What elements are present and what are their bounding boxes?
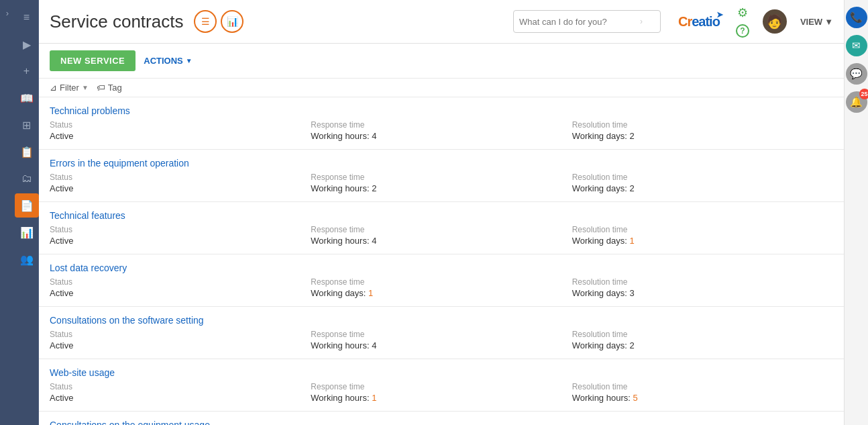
resolution-label: Resolution time — [572, 225, 833, 234]
resolution-label: Resolution time — [572, 173, 833, 182]
response-value: Working hours: 4 — [311, 340, 572, 350]
nav-item-menu[interactable]: ≡ — [15, 5, 39, 30]
tag-button[interactable]: 🏷 Tag — [97, 83, 122, 93]
notification-wrapper: 🔔 25 — [846, 91, 867, 113]
response-value: Working hours: 2 — [311, 183, 572, 193]
phone-icon: 📞 — [850, 11, 863, 23]
search-input[interactable] — [519, 17, 640, 27]
status-col: StatusActive — [50, 382, 311, 403]
view-caret-icon: ▼ — [824, 17, 833, 27]
service-group: Errors in the equipment operationStatusA… — [39, 150, 844, 202]
resolution-value: Working days: 2 — [572, 340, 833, 350]
nav-item-clipboard[interactable]: 📋 — [15, 140, 39, 164]
settings-icon[interactable]: ⚙ — [737, 5, 748, 20]
resolution-label: Resolution time — [572, 120, 833, 130]
notification-badge: 25 — [859, 89, 869, 99]
folder-icon: 🗂 — [21, 173, 32, 185]
nav-item-add[interactable]: + — [15, 59, 39, 83]
report-icon: 📊 — [20, 226, 34, 239]
nav-item-play[interactable]: ▶ — [15, 32, 39, 56]
service-group: Web-site usageStatusActiveResponse timeW… — [39, 359, 844, 412]
response-label: Response time — [311, 225, 572, 234]
service-details: StatusActiveResponse timeWorking hours: … — [39, 171, 844, 201]
help-icon[interactable]: ? — [736, 24, 749, 38]
list-view-button[interactable]: ☰ — [194, 10, 217, 33]
new-service-button[interactable]: NEW SERVICE — [50, 50, 135, 71]
clipboard-icon: 📋 — [20, 146, 34, 158]
status-label: Status — [50, 330, 311, 339]
response-col: Response timeWorking hours: 4 — [311, 225, 572, 246]
actions-button[interactable]: ACTIONS ▼ — [144, 56, 192, 66]
response-col: Response timeWorking hours: 1 — [311, 382, 572, 403]
service-title[interactable]: Technical problems — [39, 97, 844, 119]
filter-row: ⊿ Filter ▼ 🏷 Tag — [39, 79, 844, 97]
status-col: StatusActive — [50, 225, 311, 246]
service-details: StatusActiveResponse timeWorking hours: … — [39, 381, 844, 411]
document-icon: 📄 — [20, 199, 34, 212]
logo-cr: Cr — [678, 14, 692, 29]
response-value: Working days: 1 — [311, 288, 572, 298]
response-col: Response timeWorking days: 1 — [311, 277, 572, 298]
response-value: Working hours: 4 — [311, 236, 572, 246]
chat-icon: 💬 — [850, 68, 863, 80]
phone-button[interactable]: 📞 — [846, 7, 867, 28]
actions-caret-icon: ▼ — [186, 57, 193, 64]
resolution-col: Resolution timeWorking days: 2 — [572, 120, 833, 141]
service-title[interactable]: Consultations on the software setting — [39, 307, 844, 328]
service-title[interactable]: Web-site usage — [39, 359, 844, 381]
status-label: Status — [50, 120, 311, 130]
filter-button[interactable]: ⊿ Filter ▼ — [50, 83, 89, 93]
resolution-label: Resolution time — [572, 330, 833, 339]
chart-icon: 📊 — [227, 16, 238, 27]
status-value: Active — [50, 236, 311, 246]
nav-item-folder[interactable]: 🗂 — [15, 167, 39, 191]
service-details: StatusActiveResponse timeWorking hours: … — [39, 119, 844, 149]
resolution-col: Resolution timeWorking days: 3 — [572, 277, 833, 298]
tag-icon: 🏷 — [97, 83, 105, 93]
response-value: Working hours: 4 — [311, 131, 572, 141]
status-label: Status — [50, 225, 311, 234]
search-box: › — [513, 10, 661, 33]
nav-item-users[interactable]: 👥 — [15, 247, 39, 271]
left-nav: ≡ ▶ + 📖 ⊞ 📋 🗂 📄 📊 👥 — [15, 0, 39, 425]
mail-button[interactable]: ✉ — [846, 35, 867, 56]
status-col: StatusActive — [50, 277, 311, 298]
resolution-label: Resolution time — [572, 277, 833, 287]
mail-icon: ✉ — [852, 40, 861, 52]
service-title[interactable]: Technical features — [39, 202, 844, 224]
service-title[interactable]: Errors in the equipment operation — [39, 150, 844, 171]
status-value: Active — [50, 288, 311, 298]
resolution-col: Resolution timeWorking days: 2 — [572, 330, 833, 350]
right-sidebar: 📞 ✉ 💬 🔔 25 — [844, 0, 868, 425]
resolution-col: Resolution timeWorking days: 2 — [572, 173, 833, 193]
book-icon: 📖 — [20, 92, 34, 105]
response-col: Response timeWorking hours: 4 — [311, 120, 572, 141]
list-view-icon: ☰ — [201, 16, 210, 27]
chart-view-button[interactable]: 📊 — [221, 10, 243, 33]
users-icon: 👥 — [20, 253, 34, 266]
page-title: Service contracts — [50, 11, 183, 32]
avatar[interactable]: 🧑 — [763, 9, 787, 34]
view-button[interactable]: VIEW ▼ — [800, 17, 833, 27]
status-label: Status — [50, 277, 311, 287]
response-col: Response timeWorking hours: 4 — [311, 330, 572, 350]
response-label: Response time — [311, 120, 572, 130]
nav-item-report[interactable]: 📊 — [15, 220, 39, 244]
collapse-icon[interactable]: › — [6, 8, 9, 18]
status-value: Active — [50, 340, 311, 350]
grid-icon: ⊞ — [22, 119, 31, 132]
status-col: StatusActive — [50, 330, 311, 350]
nav-item-book[interactable]: 📖 — [15, 86, 39, 110]
chat-button[interactable]: 💬 — [846, 63, 867, 85]
hamburger-icon: ≡ — [23, 11, 30, 23]
nav-item-document[interactable]: 📄 — [15, 193, 39, 218]
resolution-value: Working hours: 5 — [572, 393, 833, 403]
filter-caret-icon: ▼ — [82, 84, 89, 91]
response-highlight: 1 — [368, 288, 373, 298]
nav-item-grid[interactable]: ⊞ — [15, 113, 39, 137]
resolution-col: Resolution timeWorking hours: 5 — [572, 382, 833, 403]
service-title[interactable]: Lost data recovery — [39, 254, 844, 276]
plus-icon: + — [23, 65, 30, 77]
service-title[interactable]: Consultations on the equipment usage — [39, 412, 844, 425]
response-col: Response timeWorking hours: 2 — [311, 173, 572, 193]
